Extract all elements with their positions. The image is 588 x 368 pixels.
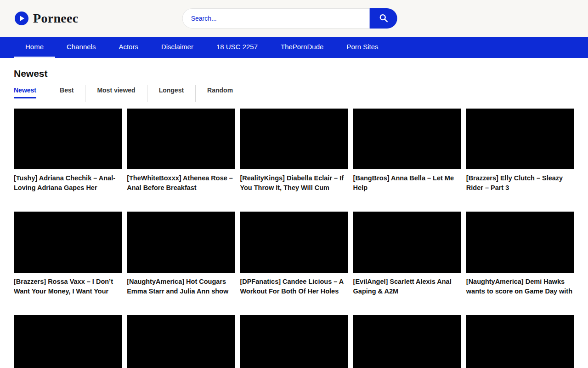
search-icon — [379, 13, 389, 24]
video-title[interactable]: [DPFanatics] Candee Licious – A Workout … — [240, 277, 348, 296]
site-header: Porneec — [0, 0, 588, 37]
nav-item-disclaimer[interactable]: Disclaimer — [150, 37, 205, 58]
video-title[interactable]: [RealityKings] Diabella Eclair – If You … — [240, 173, 348, 193]
video-card[interactable] — [240, 315, 348, 368]
video-thumbnail[interactable] — [14, 212, 122, 272]
video-grid: [Tushy] Adriana Chechik – Anal-Loving Ad… — [14, 109, 574, 368]
video-thumbnail[interactable] — [240, 109, 348, 169]
tab-random[interactable]: Random — [195, 85, 244, 102]
search-button[interactable] — [370, 8, 397, 29]
video-title[interactable]: [Brazzers] Rossa Vaxx – I Don’t Want You… — [14, 277, 122, 296]
video-title[interactable]: [NaughtyAmerica] Hot Cougars Emma Starr … — [127, 277, 235, 296]
main-nav: Home Channels Actors Disclaimer 18 USC 2… — [0, 37, 588, 58]
video-card[interactable]: [DPFanatics] Candee Licious – A Workout … — [240, 212, 348, 296]
video-card[interactable]: [NaughtyAmerica] Hot Cougars Emma Starr … — [127, 212, 235, 296]
nav-item-theporndude[interactable]: ThePornDude — [269, 37, 335, 58]
video-thumbnail[interactable] — [14, 315, 122, 368]
video-thumbnail[interactable] — [466, 212, 574, 272]
video-card[interactable]: [Brazzers] Elly Clutch – Sleazy Rider – … — [466, 109, 574, 193]
video-thumbnail[interactable] — [353, 315, 461, 368]
video-card[interactable]: [BangBros] Anna Bella – Let Me Help — [353, 109, 461, 193]
video-title[interactable]: [Tushy] Adriana Chechik – Anal-Loving Ad… — [14, 173, 122, 193]
nav-item-porn-sites[interactable]: Porn Sites — [335, 37, 390, 58]
video-card[interactable] — [127, 315, 235, 368]
search-input[interactable] — [182, 8, 370, 29]
tab-longest[interactable]: Longest — [147, 85, 195, 102]
video-card[interactable] — [14, 315, 122, 368]
video-card[interactable]: [Brazzers] Rossa Vaxx – I Don’t Want You… — [14, 212, 122, 296]
video-title[interactable]: [BangBros] Anna Bella – Let Me Help — [353, 173, 461, 193]
video-thumbnail[interactable] — [127, 212, 235, 272]
page-title: Newest — [14, 68, 574, 79]
video-thumbnail[interactable] — [353, 109, 461, 169]
video-thumbnail[interactable] — [466, 109, 574, 169]
video-card[interactable] — [353, 315, 461, 368]
video-card[interactable] — [466, 315, 574, 368]
sort-tabs: Newest Best Most viewed Longest Random — [14, 85, 574, 102]
video-title[interactable]: [TheWhiteBoxxx] Athenea Rose – Anal Befo… — [127, 173, 235, 193]
nav-item-actors[interactable]: Actors — [107, 37, 150, 58]
video-title[interactable]: [NaughtyAmerica] Demi Hawks wants to sco… — [466, 277, 574, 296]
search-bar — [182, 8, 397, 29]
play-icon — [15, 12, 28, 25]
video-thumbnail[interactable] — [127, 109, 235, 169]
logo-text: Porneec — [33, 11, 79, 26]
tab-newest[interactable]: Newest — [14, 85, 48, 102]
nav-item-home[interactable]: Home — [14, 37, 55, 58]
video-thumbnail[interactable] — [466, 315, 574, 368]
tab-most-viewed[interactable]: Most viewed — [85, 85, 147, 102]
video-thumbnail[interactable] — [127, 315, 235, 368]
video-thumbnail[interactable] — [353, 212, 461, 272]
tab-best[interactable]: Best — [48, 85, 85, 102]
video-card[interactable]: [Tushy] Adriana Chechik – Anal-Loving Ad… — [14, 109, 122, 193]
video-card[interactable]: [TheWhiteBoxxx] Athenea Rose – Anal Befo… — [127, 109, 235, 193]
video-card[interactable]: [NaughtyAmerica] Demi Hawks wants to sco… — [466, 212, 574, 296]
video-card[interactable]: [EvilAngel] Scarlett Alexis Anal Gaping … — [353, 212, 461, 296]
video-thumbnail[interactable] — [14, 109, 122, 169]
site-logo[interactable]: Porneec — [15, 11, 79, 26]
nav-item-18usc2257[interactable]: 18 USC 2257 — [205, 37, 269, 58]
video-thumbnail[interactable] — [240, 315, 348, 368]
video-card[interactable]: [RealityKings] Diabella Eclair – If You … — [240, 109, 348, 193]
video-thumbnail[interactable] — [240, 212, 348, 272]
nav-item-channels[interactable]: Channels — [55, 37, 107, 58]
video-title[interactable]: [EvilAngel] Scarlett Alexis Anal Gaping … — [353, 277, 461, 296]
video-title[interactable]: [Brazzers] Elly Clutch – Sleazy Rider – … — [466, 173, 574, 193]
main-content: Newest Newest Best Most viewed Longest R… — [0, 58, 588, 368]
